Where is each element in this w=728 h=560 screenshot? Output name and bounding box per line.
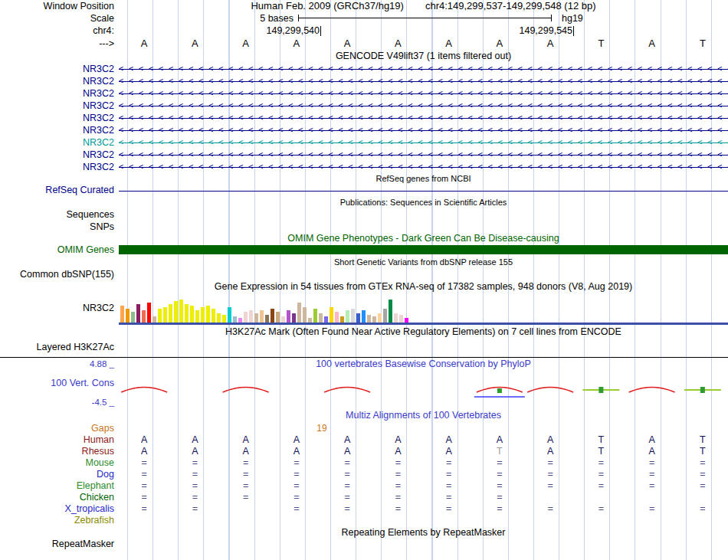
gencode-transcript-row[interactable]: NR3C2<<<<<<<<<<<<<<<<<<<<<<<<<<<<<<<<<<<… [0, 161, 728, 173]
gencode-gene-label[interactable]: NR3C2 [0, 75, 119, 87]
track-label-gaps[interactable]: Gaps [0, 423, 119, 434]
track-label-sequences[interactable]: Sequences [0, 208, 119, 221]
gtex-tissue-bar [147, 303, 151, 323]
base-cell [677, 515, 728, 526]
conservation-wiggle-plot[interactable] [119, 371, 728, 408]
multiz-track-title[interactable]: Multiz Alignments of 100 Vertebrates [119, 408, 728, 423]
gencode-transcript-row[interactable]: NR3C2<<<<<<<<<<<<<<<<<<<<<<<<<<<<<<<<<<<… [0, 75, 728, 87]
base-cell: A [271, 446, 322, 457]
base-cell: = [525, 503, 576, 515]
transcript-arrow-line[interactable]: <<<<<<<<<<<<<<<<<<<<<<<<<<<<<<<<<<<<<<<<… [119, 149, 728, 161]
h3k27ac-track-title[interactable]: H3K27Ac Mark (Often Found Near Active Re… [119, 326, 728, 339]
omim-gene-item[interactable] [119, 245, 728, 254]
h3k27ac-track-row: Layered H3K27Ac [0, 339, 728, 358]
transcript-arrow-line[interactable]: <<<<<<<<<<<<<<<<<<<<<<<<<<<<<<<<<<<<<<<<… [119, 136, 728, 149]
publications-track-title[interactable]: Publications: Sequences in Scientific Ar… [119, 196, 728, 208]
base-cell: = [474, 503, 525, 515]
base-cell: = [221, 492, 271, 503]
species-label[interactable]: Dog [0, 469, 119, 480]
refseq-track-title[interactable]: RefSeq genes from NCBI [119, 173, 728, 185]
repeatmasker-track-title[interactable]: Repeating Elements by RepeatMasker [119, 526, 728, 539]
track-label-layered-h3k27ac[interactable]: Layered H3K27Ac [0, 339, 119, 357]
gtex-tissue-bar [399, 315, 403, 323]
dbsnp-track-title[interactable]: Short Genetic Variants from dbSNP releas… [119, 256, 728, 268]
conservation-min-label: -4.5 _ [0, 398, 114, 407]
alignment-row-zebrafish[interactable]: Zebrafish [0, 515, 728, 526]
base-cell: = [474, 492, 525, 503]
refseq-gene-dense-item[interactable] [119, 191, 728, 192]
gencode-gene-label[interactable]: NR3C2 [0, 63, 119, 75]
base-cell: T [677, 446, 728, 457]
base-cell: = [271, 457, 322, 469]
gencode-transcript-row[interactable]: NR3C2<<<<<<<<<<<<<<<<<<<<<<<<<<<<<<<<<<<… [0, 100, 728, 112]
track-label-100-vert-cons[interactable]: 100 Vert. Cons [0, 378, 114, 388]
alignment-row-human[interactable]: HumanAAAAAAAAATAT [0, 434, 728, 446]
gencode-gene-label[interactable]: NR3C2 [0, 87, 119, 100]
track-label-omim-genes[interactable]: OMIM Genes [0, 244, 119, 256]
base-cell: = [271, 503, 322, 515]
conservation-axis-labels: 4.88 _ 100 Vert. Cons -4.5 _ [0, 358, 119, 408]
species-label[interactable]: Chicken [0, 492, 119, 503]
refseq-track-row[interactable]: RefSeq Curated [0, 185, 728, 196]
alignment-row-chicken[interactable]: Chicken======== [0, 492, 728, 503]
alignment-row-elephant[interactable]: Elephant============ [0, 480, 728, 492]
dna-sequence-row[interactable]: ---> AAAAAAAAATAT [0, 38, 728, 50]
gencode-gene-label[interactable]: NR3C2 [0, 112, 119, 124]
track-label-gtex-gene[interactable]: NR3C2 [0, 293, 119, 323]
track-label-refseq-curated[interactable]: RefSeq Curated [0, 185, 119, 196]
transcript-arrow-line[interactable]: <<<<<<<<<<<<<<<<<<<<<<<<<<<<<<<<<<<<<<<<… [119, 161, 728, 173]
gtex-tissue-bar [367, 315, 371, 323]
gtex-gene-model-line[interactable] [119, 323, 728, 325]
gtex-tissue-bar [362, 310, 366, 323]
conservation-track-title[interactable]: 100 vertebrates Basewise Conservation by… [119, 358, 728, 371]
gencode-transcript-row[interactable]: NR3C2<<<<<<<<<<<<<<<<<<<<<<<<<<<<<<<<<<<… [0, 63, 728, 75]
gtex-track-title[interactable]: Gene Expression in 54 tissues from GTEx … [119, 280, 728, 293]
gencode-gene-label[interactable]: NR3C2 [0, 136, 119, 149]
gencode-track-title[interactable]: GENCODE V49lift37 (1 items filtered out) [119, 50, 728, 63]
genome-build: hg19 [562, 12, 583, 25]
alignment-row-mouse[interactable]: Mouse============ [0, 457, 728, 469]
gencode-gene-label[interactable]: NR3C2 [0, 100, 119, 112]
track-label-snps[interactable]: SNPs [0, 221, 119, 233]
transcript-arrow-line[interactable]: <<<<<<<<<<<<<<<<<<<<<<<<<<<<<<<<<<<<<<<<… [119, 75, 728, 87]
gencode-gene-label[interactable]: NR3C2 [0, 149, 119, 161]
species-label[interactable]: Zebrafish [0, 515, 119, 526]
alignment-row-x_tropicalis[interactable]: X_tropicalis=========== [0, 503, 728, 515]
gtex-tissue-bar [292, 313, 296, 323]
species-label[interactable]: Elephant [0, 480, 119, 492]
species-label[interactable]: Rhesus [0, 446, 119, 457]
track-label-repeatmasker[interactable]: RepeatMasker [0, 539, 119, 550]
species-label[interactable]: Mouse [0, 457, 119, 469]
gencode-transcript-row[interactable]: NR3C2<<<<<<<<<<<<<<<<<<<<<<<<<<<<<<<<<<<… [0, 124, 728, 136]
coordinate-ruler-row[interactable]: chr4: 149,299,540 149,299,545 [0, 25, 728, 38]
alignment-row-dog[interactable]: Dog============ [0, 469, 728, 480]
gtex-tissue-bar [254, 313, 258, 323]
base-cell: = [474, 480, 525, 492]
gencode-transcript-row[interactable]: NR3C2<<<<<<<<<<<<<<<<<<<<<<<<<<<<<<<<<<<… [0, 149, 728, 161]
species-label[interactable]: Human [0, 434, 119, 446]
gtex-tissue-bar [276, 312, 280, 323]
gtex-tissue-bar [152, 316, 156, 323]
coordinate-tick: 149,299,545 [372, 26, 574, 36]
omim-track-title[interactable]: OMIM Gene Phenotypes - Dark Green Can Be… [119, 233, 728, 244]
snps-track-row: SNPs [0, 221, 728, 233]
gencode-gene-label[interactable]: NR3C2 [0, 124, 119, 136]
base-cell: A [525, 434, 576, 446]
species-label[interactable]: X_tropicalis [0, 503, 119, 515]
base-cell: = [677, 457, 728, 469]
base-cell [322, 515, 372, 526]
gencode-gene-label[interactable]: NR3C2 [0, 161, 119, 173]
gencode-transcript-row[interactable]: NR3C2<<<<<<<<<<<<<<<<<<<<<<<<<<<<<<<<<<<… [0, 112, 728, 124]
omim-track-row[interactable]: OMIM Genes [0, 244, 728, 256]
transcript-arrow-line[interactable]: <<<<<<<<<<<<<<<<<<<<<<<<<<<<<<<<<<<<<<<<… [119, 100, 728, 112]
transcript-arrow-line[interactable]: <<<<<<<<<<<<<<<<<<<<<<<<<<<<<<<<<<<<<<<<… [119, 124, 728, 136]
transcript-arrow-line[interactable]: <<<<<<<<<<<<<<<<<<<<<<<<<<<<<<<<<<<<<<<<… [119, 63, 728, 75]
gencode-transcript-row[interactable]: NR3C2<<<<<<<<<<<<<<<<<<<<<<<<<<<<<<<<<<<… [0, 136, 728, 149]
track-label-common-dbsnp[interactable]: Common dbSNP(155) [0, 268, 119, 280]
gencode-transcript-row[interactable]: NR3C2<<<<<<<<<<<<<<<<<<<<<<<<<<<<<<<<<<<… [0, 87, 728, 100]
alignment-row-rhesus[interactable]: RhesusAAAAAAATATAT [0, 446, 728, 457]
base-cell: = [169, 457, 220, 469]
transcript-arrow-line[interactable]: <<<<<<<<<<<<<<<<<<<<<<<<<<<<<<<<<<<<<<<<… [119, 87, 728, 100]
transcript-arrow-line[interactable]: <<<<<<<<<<<<<<<<<<<<<<<<<<<<<<<<<<<<<<<<… [119, 112, 728, 124]
gtex-expression-barchart[interactable] [120, 296, 408, 323]
